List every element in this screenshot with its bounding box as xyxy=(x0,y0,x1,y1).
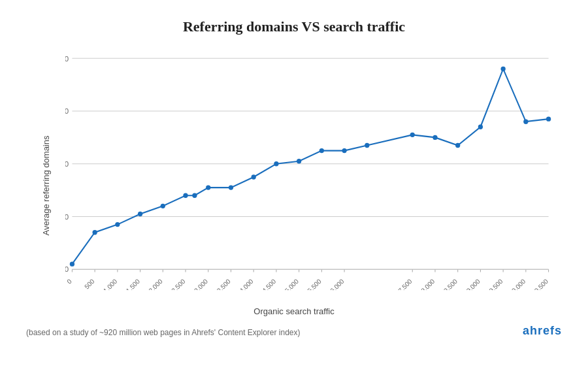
x-axis-label: Organic search traffic xyxy=(26,306,562,316)
svg-text:2,500: 2,500 xyxy=(170,278,187,290)
svg-text:4,500: 4,500 xyxy=(261,278,278,290)
svg-point-52 xyxy=(92,230,97,235)
svg-text:8,500: 8,500 xyxy=(442,278,459,290)
svg-point-62 xyxy=(297,159,301,163)
svg-text:40: 40 xyxy=(65,160,69,168)
svg-point-61 xyxy=(274,161,278,166)
svg-point-65 xyxy=(365,143,369,148)
svg-text:8,000: 8,000 xyxy=(419,278,436,290)
svg-text:10,500: 10,500 xyxy=(531,278,549,290)
svg-text:4,000: 4,000 xyxy=(238,278,255,290)
svg-text:6,000: 6,000 xyxy=(329,278,346,290)
svg-text:80: 80 xyxy=(65,55,69,63)
svg-text:5,500: 5,500 xyxy=(306,278,323,290)
svg-point-63 xyxy=(319,148,324,153)
main-container: Referring domains VS search traffic Aver… xyxy=(0,0,588,392)
y-axis-label: Average referring domains xyxy=(41,136,51,236)
svg-point-51 xyxy=(70,261,74,266)
footnote: (based on a study of ~920 million web pa… xyxy=(26,328,301,337)
svg-text:60: 60 xyxy=(65,107,69,115)
svg-text:2,000: 2,000 xyxy=(147,278,164,290)
svg-point-54 xyxy=(138,212,142,216)
svg-point-59 xyxy=(229,185,233,189)
svg-point-58 xyxy=(206,185,210,189)
chart-inner: 02040608005001,0001,5002,0002,5003,0003,… xyxy=(65,55,555,290)
svg-point-64 xyxy=(342,148,346,153)
svg-text:1,000: 1,000 xyxy=(102,278,119,290)
chart-title: Referring domains VS search traffic xyxy=(183,18,405,35)
svg-point-68 xyxy=(455,143,460,148)
svg-point-56 xyxy=(183,193,188,198)
brand-logo: ahrefs xyxy=(523,324,562,338)
svg-text:10,000: 10,000 xyxy=(508,278,527,290)
svg-text:3,000: 3,000 xyxy=(193,278,210,290)
svg-text:3,500: 3,500 xyxy=(216,278,233,290)
svg-point-60 xyxy=(252,174,256,179)
svg-point-70 xyxy=(500,67,505,71)
svg-text:0: 0 xyxy=(65,265,69,273)
svg-point-71 xyxy=(523,119,528,123)
svg-text:9,000: 9,000 xyxy=(465,278,482,290)
svg-point-55 xyxy=(161,204,165,208)
svg-text:7,500: 7,500 xyxy=(397,278,414,290)
svg-point-72 xyxy=(546,116,551,121)
svg-text:500: 500 xyxy=(83,278,96,290)
svg-point-57 xyxy=(192,193,197,198)
svg-point-66 xyxy=(410,133,415,137)
svg-text:5,000: 5,000 xyxy=(284,278,301,290)
svg-point-53 xyxy=(115,222,120,227)
chart-area: Average referring domains 02040608005001… xyxy=(26,48,562,323)
footer-row: (based on a study of ~920 million web pa… xyxy=(26,324,562,338)
svg-point-69 xyxy=(478,125,483,129)
svg-point-67 xyxy=(433,135,437,140)
svg-text:20: 20 xyxy=(65,213,69,221)
chart-svg: 02040608005001,0001,5002,0002,5003,0003,… xyxy=(65,55,555,290)
svg-text:1,500: 1,500 xyxy=(125,278,142,290)
svg-text:0: 0 xyxy=(65,278,73,286)
svg-text:9,500: 9,500 xyxy=(487,278,504,290)
